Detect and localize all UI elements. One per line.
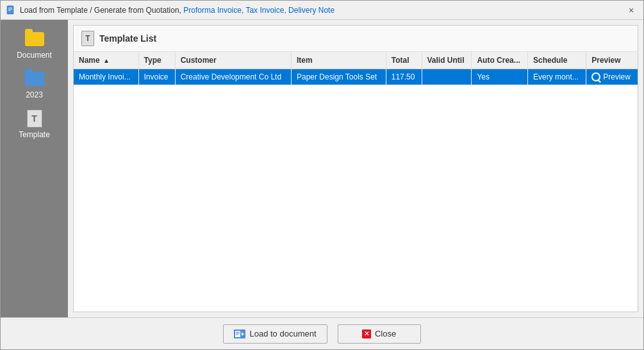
cell-name: Monthly Invoi... bbox=[74, 69, 138, 85]
close-window-button[interactable]: × bbox=[624, 3, 638, 17]
col-header-total[interactable]: Total bbox=[386, 52, 422, 69]
template-table: Name ▲ Type Customer Item Total Valid Un… bbox=[74, 52, 638, 85]
cell-item: Paper Design Tools Set bbox=[291, 69, 386, 85]
cell-preview[interactable]: Preview bbox=[586, 69, 638, 85]
svg-rect-7 bbox=[236, 333, 240, 333]
load-to-document-label: Load to document bbox=[249, 329, 316, 338]
cell-customer: Creative Development Co Ltd bbox=[175, 69, 291, 85]
folder-yellow-icon bbox=[24, 30, 45, 48]
cell-valid-until bbox=[422, 69, 472, 85]
preview-button-label: Preview bbox=[603, 72, 631, 81]
close-button-label: Close bbox=[375, 329, 396, 338]
col-header-name[interactable]: Name ▲ bbox=[74, 52, 138, 69]
sidebar-item-2023-label: 2023 bbox=[26, 90, 43, 99]
cell-schedule: Every mont... bbox=[528, 69, 586, 85]
sidebar-item-document-label: Document bbox=[17, 51, 52, 60]
sidebar: Document 2023 Template bbox=[1, 20, 68, 317]
panel-title-icon bbox=[81, 31, 94, 46]
panel-header: Template List bbox=[74, 26, 638, 52]
svg-rect-8 bbox=[236, 334, 238, 335]
close-button[interactable]: ✕ Close bbox=[338, 324, 421, 344]
title-bar: Load from Template / Generate from Quota… bbox=[1, 1, 643, 20]
template-folder-icon bbox=[24, 110, 45, 128]
col-header-valid-until[interactable]: Valid Until bbox=[422, 52, 472, 69]
col-header-schedule[interactable]: Schedule bbox=[528, 52, 586, 69]
col-header-customer[interactable]: Customer bbox=[175, 52, 291, 69]
sidebar-item-2023[interactable]: 2023 bbox=[1, 65, 68, 104]
footer: Load to document ✕ Close bbox=[1, 317, 643, 349]
col-header-preview[interactable]: Preview bbox=[586, 52, 638, 69]
svg-rect-6 bbox=[236, 331, 240, 332]
folder-blue-icon bbox=[24, 70, 45, 88]
svg-rect-3 bbox=[8, 10, 11, 11]
table-row[interactable]: Monthly Invoi... Invoice Creative Develo… bbox=[74, 69, 638, 85]
main-window: Load from Template / Generate from Quota… bbox=[0, 0, 644, 350]
sidebar-item-template[interactable]: Template bbox=[1, 104, 68, 144]
main-panel: Template List Name ▲ Type Customer Item bbox=[73, 25, 638, 312]
close-icon: ✕ bbox=[362, 329, 371, 338]
load-to-document-button[interactable]: Load to document bbox=[223, 324, 327, 344]
load-icon bbox=[234, 329, 245, 338]
cell-type: Invoice bbox=[138, 69, 175, 85]
cell-auto-create: Yes bbox=[472, 69, 528, 85]
table-container: Name ▲ Type Customer Item Total Valid Un… bbox=[74, 52, 638, 312]
sort-arrow-icon: ▲ bbox=[103, 57, 110, 64]
panel-title: Template List bbox=[99, 33, 156, 44]
sidebar-item-document[interactable]: Document bbox=[1, 25, 68, 65]
preview-button[interactable]: Preview bbox=[591, 72, 631, 81]
svg-rect-0 bbox=[7, 6, 13, 14]
col-header-type[interactable]: Type bbox=[138, 52, 175, 69]
table-header-row: Name ▲ Type Customer Item Total Valid Un… bbox=[74, 52, 638, 69]
svg-rect-1 bbox=[8, 8, 12, 8]
title-bar-text: Load from Template / Generate from Quota… bbox=[20, 6, 624, 15]
col-header-auto-create[interactable]: Auto Crea... bbox=[472, 52, 528, 69]
cell-total: 117.50 bbox=[386, 69, 422, 85]
title-bar-icon bbox=[6, 5, 16, 15]
svg-rect-2 bbox=[8, 9, 12, 10]
sidebar-item-template-label: Template bbox=[19, 130, 50, 139]
col-header-item[interactable]: Item bbox=[291, 52, 386, 69]
content-area: Document 2023 Template Template List bbox=[1, 20, 643, 317]
preview-search-icon bbox=[591, 72, 600, 81]
